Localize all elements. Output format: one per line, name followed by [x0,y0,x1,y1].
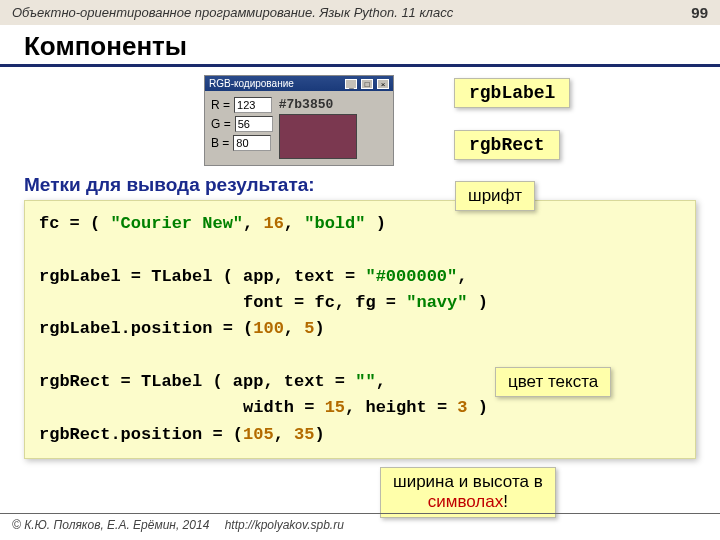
callout-rgbrect: rgbRect [454,130,560,160]
window-controls: _ □ × [344,78,389,89]
minimize-icon: _ [345,79,357,89]
code-block: fc = ( "Courier New", 16, "bold" ) rgbLa… [24,200,696,459]
callout-rgblabel: rgbLabel [454,78,570,108]
section-subhead: Метки для вывода результата: [24,174,696,196]
hex-value: #7b3850 [279,97,357,112]
note-font: шрифт [455,181,535,211]
color-swatch [279,114,357,159]
course-title: Объектно-ориентированное программировани… [12,5,453,20]
slide-footer: © К.Ю. Поляков, Е.А. Ерёмин, 2014 http:/… [0,513,720,536]
g-input[interactable] [235,116,273,132]
window-caption: RGB-кодирование [209,78,294,89]
note-color: цвет текста [495,367,611,397]
r-label: R = [211,98,230,112]
b-label: B = [211,136,229,150]
page-number: 99 [691,4,708,21]
b-input[interactable] [233,135,271,151]
slide-header: Объектно-ориентированное программировани… [0,0,720,25]
close-icon: × [377,79,389,89]
r-input[interactable] [234,97,272,113]
note-dims: ширина и высота в символах! [380,467,556,518]
demo-window: RGB-кодирование _ □ × R = G = [204,75,394,166]
g-label: G = [211,117,231,131]
slide-title: Компоненты [0,25,720,67]
footer-link: http://kpolyakov.spb.ru [225,518,344,532]
maximize-icon: □ [361,79,373,89]
copyright: © К.Ю. Поляков, Е.А. Ерёмин, 2014 [12,518,209,532]
window-titlebar: RGB-кодирование _ □ × [205,76,393,91]
